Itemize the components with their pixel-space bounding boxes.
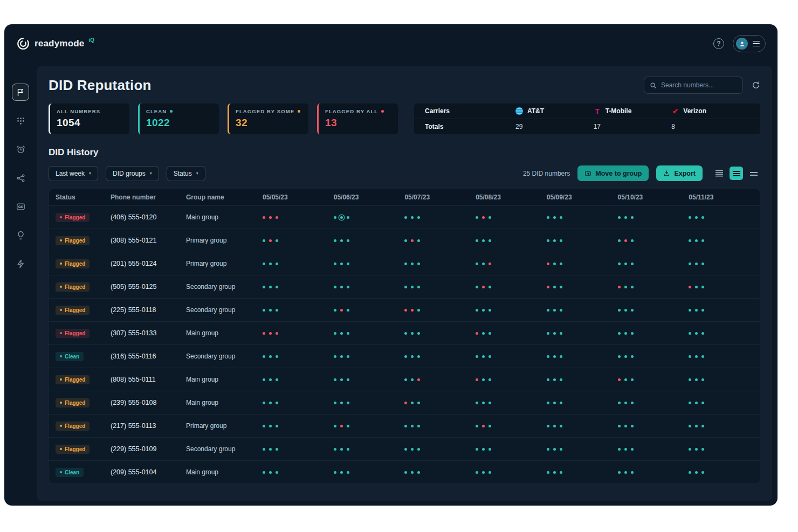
clean-dot-icon [624, 262, 627, 265]
reputation-dots [476, 378, 547, 381]
reputation-dots [618, 262, 689, 265]
table-row[interactable]: Flagged(406) 555-0120Main group [49, 205, 760, 229]
clean-dot-icon [695, 355, 698, 358]
tmobile-t-icon: T [594, 107, 601, 115]
sidebar-item-automation[interactable] [12, 255, 29, 272]
clean-dot-icon [695, 309, 698, 312]
clean-dot-icon [476, 402, 478, 404]
sidebar-item-voicemail[interactable] [12, 198, 29, 215]
clean-dot-icon [701, 378, 704, 381]
clean-dot-icon [411, 378, 414, 381]
reputation-dots [476, 262, 547, 265]
move-to-group-button[interactable]: Move to group [577, 165, 649, 181]
clean-dot-icon [695, 378, 698, 381]
sidebar-item-dialer[interactable] [12, 112, 29, 129]
clean-dot-icon [411, 332, 414, 335]
table-row[interactable]: Flagged(201) 555-0124Primary group [49, 252, 760, 275]
filter-status[interactable]: Status▾ [167, 166, 205, 181]
reputation-dots [404, 355, 476, 358]
clean-dot-icon [547, 402, 549, 404]
clean-dot-icon [560, 286, 562, 288]
reputation-dots [547, 471, 618, 474]
flagged-dot-icon [482, 216, 485, 219]
reputation-dots [547, 239, 618, 242]
clean-dot-icon [624, 332, 627, 335]
sidebar-item-routing[interactable] [12, 169, 29, 186]
reputation-dots [334, 378, 405, 381]
reputation-dots [618, 425, 689, 427]
clean-dot-icon [347, 448, 349, 451]
clean-dot-icon [701, 216, 704, 219]
phone-number: (308) 555-0121 [111, 237, 186, 244]
reputation-dots [689, 216, 760, 219]
view-compact-icon[interactable] [747, 167, 760, 180]
clean-dot-icon [269, 355, 272, 358]
reputation-dots [263, 309, 334, 312]
table-row[interactable]: Flagged(225) 555-0118Secondary group [49, 298, 760, 321]
clean-dot-icon [347, 262, 349, 265]
sidebar-item-insights[interactable] [12, 226, 29, 244]
clean-dot-icon [489, 471, 491, 474]
clean-dot-icon [411, 425, 414, 427]
refresh-icon[interactable] [752, 81, 760, 89]
carriers-header-row: Carriers AT&TTT-Mobile✔Verizon [414, 103, 760, 119]
clean-dot-icon [624, 355, 627, 358]
reputation-dots [263, 448, 334, 451]
clean-dot-icon [553, 355, 556, 358]
filter-did-groups[interactable]: DID groups▾ [106, 166, 159, 181]
stat-label: ALL NUMBERS [57, 108, 123, 114]
flagged-dot-icon [340, 425, 343, 427]
reputation-dots [263, 471, 334, 474]
carrier-verizon: ✔Verizon [671, 107, 749, 115]
flagged-dot-icon [476, 332, 478, 335]
reputation-dots [334, 216, 405, 219]
clean-dot-icon [276, 448, 278, 451]
avatar [736, 38, 748, 50]
carrier-att: AT&T [515, 107, 594, 115]
table-row[interactable]: Flagged(229) 555-0109Secondary group [49, 437, 760, 460]
main-panel: DID Reputation ALL NUMBERS1054CLEAN1022F… [37, 66, 772, 501]
clean-dot-icon [618, 239, 621, 242]
clean-dot-icon [695, 448, 698, 451]
export-button[interactable]: Export [656, 165, 703, 181]
table-row[interactable]: Flagged(308) 555-0121Primary group [49, 229, 760, 252]
search-input[interactable] [661, 81, 737, 89]
group-name: Main group [186, 213, 263, 221]
clean-dot-icon [631, 332, 634, 335]
table-header-row: StatusPhone numberGroup name05/05/2305/0… [49, 189, 760, 205]
flagged-dot-icon [340, 309, 343, 312]
user-menu[interactable] [733, 35, 766, 52]
clean-dot-icon [489, 309, 491, 312]
clean-dot-icon [269, 425, 272, 427]
did-history-title: DID History [49, 147, 760, 158]
totals-label: Totals [425, 123, 515, 130]
clean-dot-icon [618, 262, 621, 265]
clean-dot-icon [417, 216, 420, 219]
table-row[interactable]: Flagged(505) 555-0125Secondary group [49, 275, 760, 298]
table-row[interactable]: Flagged(217) 555-0113Primary group [49, 414, 760, 437]
status-badge: Flagged [56, 306, 90, 315]
table-row[interactable]: Flagged(808) 555-0111Main group [49, 368, 760, 391]
sidebar-item-did-reputation[interactable] [12, 84, 29, 101]
table-row[interactable]: Flagged(239) 555-0108Main group [49, 391, 760, 414]
table-row[interactable]: Clean(209) 555-0104Main group [49, 460, 760, 483]
clean-dot-icon [689, 402, 691, 404]
chevron-down-icon: ▾ [196, 171, 198, 176]
folder-move-icon [584, 170, 591, 177]
view-comfortable-icon[interactable] [730, 167, 743, 180]
filter-date-range[interactable]: Last week▾ [49, 166, 98, 181]
clean-dot-icon [560, 448, 562, 451]
dialer-icon [16, 116, 25, 126]
stat-label: FLAGGED BY ALL [325, 108, 391, 114]
table-row[interactable]: Clean(316) 555-0116Secondary group [49, 344, 760, 368]
reputation-dots [618, 471, 689, 474]
clean-dot-icon [547, 378, 549, 381]
reputation-dots [404, 309, 476, 312]
table-row[interactable]: Flagged(307) 555-0133Main group [49, 321, 760, 344]
sidebar-item-schedule[interactable] [12, 141, 29, 158]
view-detailed-icon[interactable] [712, 167, 726, 180]
clean-dot-icon [269, 309, 272, 312]
clean-dot-icon [547, 309, 549, 312]
flagged-dot-icon [276, 216, 278, 219]
help-icon[interactable]: ? [713, 38, 724, 49]
